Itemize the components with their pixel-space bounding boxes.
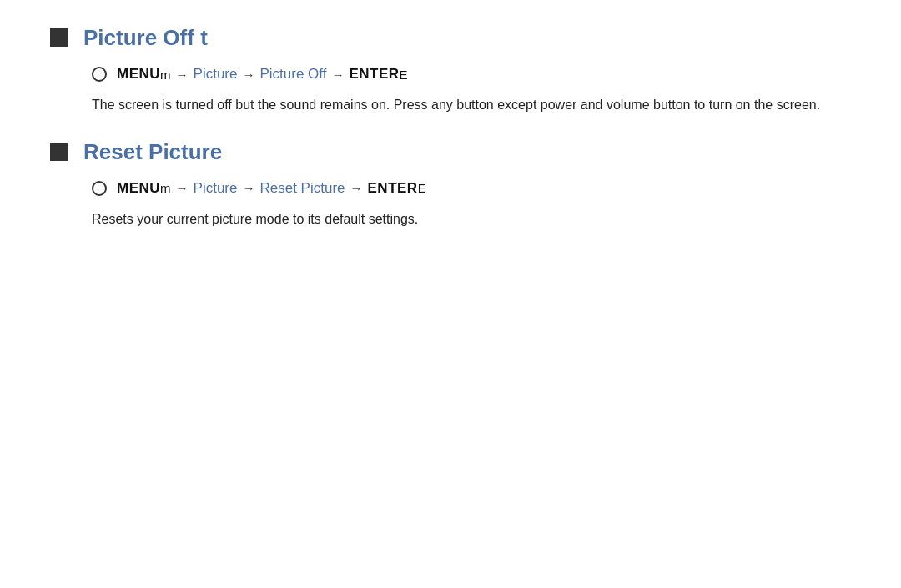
menu-link-reset-picture: Reset Picture	[259, 180, 345, 197]
picture-off-description: The screen is turned off but the sound r…	[92, 94, 851, 116]
arrow-icon-6: →	[350, 181, 363, 195]
arrow-icon-2: →	[242, 68, 254, 82]
menu-link-picture-2: Picture	[194, 180, 238, 197]
menu-keyword: MENU	[117, 66, 160, 83]
arrow-icon-3: →	[331, 68, 344, 82]
arrow-icon-4: →	[176, 181, 189, 195]
arrow-icon-1: →	[176, 68, 189, 82]
arrow-icon-5: →	[242, 181, 254, 195]
picture-off-title: Picture Off t	[83, 25, 851, 51]
menu-link-picture: Picture	[194, 66, 238, 83]
circle-bullet-icon-2	[92, 181, 107, 196]
picture-off-menu-path: MENUm → Picture → Picture Off → ENTERE	[92, 66, 851, 83]
picture-off-section: Picture Off t MENUm → Picture → Picture …	[50, 25, 851, 116]
enter-key-2: ENTER	[368, 180, 418, 197]
section-bullet-icon	[50, 28, 68, 47]
enter-key: ENTER	[349, 66, 399, 83]
reset-picture-description: Resets your current picture mode to its …	[92, 209, 851, 230]
menu-sub: m	[160, 68, 171, 82]
reset-picture-section: Reset Picture MENUm → Picture → Reset Pi…	[50, 139, 851, 230]
section-bullet-icon-2	[50, 143, 68, 161]
circle-bullet-icon	[92, 67, 107, 82]
enter-sub-2: E	[418, 181, 426, 195]
menu-sub-2: m	[160, 181, 171, 195]
reset-picture-title: Reset Picture	[83, 139, 851, 165]
menu-link-picture-off: Picture Off	[259, 66, 326, 83]
reset-picture-menu-path: MENUm → Picture → Reset Picture → ENTERE	[92, 180, 851, 197]
section-content: Picture Off t MENUm → Picture → Picture …	[83, 25, 851, 116]
section-content-2: Reset Picture MENUm → Picture → Reset Pi…	[83, 139, 851, 230]
enter-sub: E	[400, 68, 408, 82]
menu-keyword-2: MENU	[117, 180, 160, 197]
